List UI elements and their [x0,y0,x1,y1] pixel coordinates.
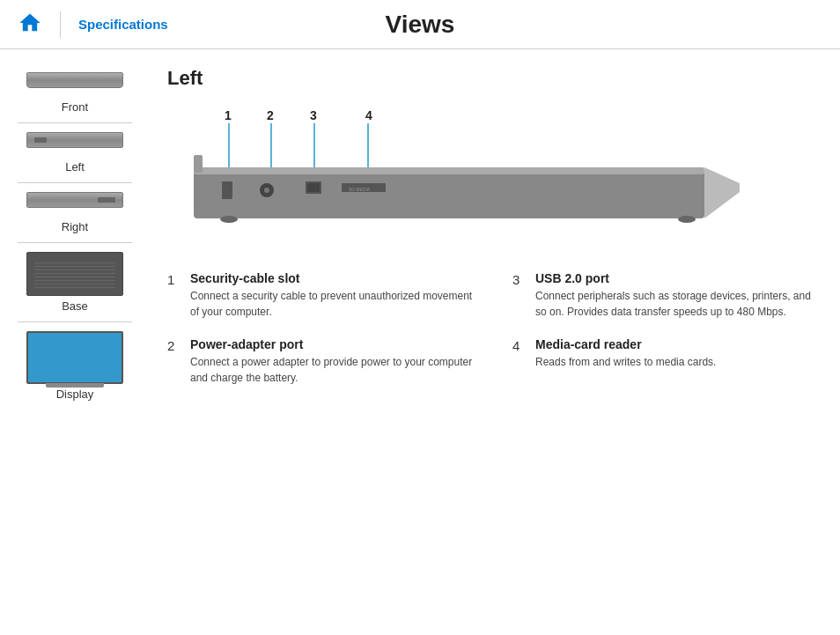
sidebar-label-left: Left [65,160,85,174]
sidebar-divider-1 [18,122,132,123]
specs-link[interactable]: Specifications [78,17,168,32]
sidebar-divider-4 [18,321,132,322]
spec-title-2: Power-adapter port [190,337,477,351]
spec-content-4: Media-card reader Reads from and writes … [535,337,716,386]
callout-num-4: 4 [365,108,372,122]
spec-number-4: 4 [512,337,527,386]
specs-grid: 1 Security-cable slot Connect a security… [167,271,822,386]
spec-number-3: 3 [512,271,527,320]
laptop-body-top [194,167,704,174]
spec-title-3: USB 2.0 port [535,271,822,285]
spec-content-1: Security-cable slot Connect a security c… [190,271,477,320]
spec-item-3: 3 USB 2.0 port Connect peripherals such … [512,271,822,320]
spec-desc-4: Reads from and writes to media cards. [535,354,716,370]
sidebar-item-front[interactable]: Front [9,67,141,119]
front-thumbnail [26,72,123,97]
sidebar-item-display[interactable]: Display [9,326,141,406]
spec-title-1: Security-cable slot [190,271,477,285]
spec-number-2: 2 [167,337,181,386]
header: Specifications Views [0,0,840,49]
callout-num-1: 1 [225,108,232,122]
svg-text:SD MEDIA: SD MEDIA [349,187,371,192]
callout-num-3: 3 [310,108,317,122]
sidebar-divider-2 [18,182,132,183]
sidebar-label-display: Display [56,388,94,401]
laptop-left-edge [194,155,203,173]
spec-content-2: Power-adapter port Connect a power adapt… [190,337,477,386]
home-icon[interactable] [18,11,42,38]
sidebar-item-base[interactable]: Base [9,247,141,318]
spec-desc-1: Connect a security cable to prevent unau… [190,288,477,320]
home-nav: Specifications [18,11,168,38]
sidebar-label-base: Base [62,299,88,313]
header-divider [60,11,61,38]
spec-desc-3: Connect peripherals such as storage devi… [535,288,822,320]
sidebar-label-front: Front [62,100,88,114]
port-power-inner [264,188,269,193]
diagram-svg: 1 2 3 4 [176,104,748,245]
sidebar-label-right: Right [62,220,88,233]
spec-number-1: 1 [167,271,181,320]
sidebar: Front Left Right Base Display [0,67,150,406]
right-thumbnail [26,192,123,217]
left-thumbnail [26,132,123,157]
sidebar-divider-3 [18,242,132,243]
spec-content-3: USB 2.0 port Connect peripherals such as… [535,271,822,320]
port-usb-inner [307,183,320,192]
spec-desc-2: Connect a power adapter to provide power… [190,354,477,386]
main-layout: Front Left Right Base Display [0,49,840,424]
content-area: Left 1 2 3 4 [150,67,840,406]
laptop-right-taper [704,167,740,218]
foot-left [220,216,238,223]
callout-num-2: 2 [267,108,274,122]
sidebar-item-left[interactable]: Left [9,127,141,179]
spec-item-4: 4 Media-card reader Reads from and write… [512,337,822,386]
base-thumbnail [26,252,123,296]
section-title: Left [167,67,822,90]
port-security-slot [222,181,232,199]
spec-title-4: Media-card reader [535,337,716,351]
page-title: Views [386,11,455,39]
spec-item-1: 1 Security-cable slot Connect a security… [167,271,477,320]
display-thumbnail [26,331,123,384]
foot-right [678,216,696,223]
sidebar-item-right[interactable]: Right [9,187,141,239]
spec-item-2: 2 Power-adapter port Connect a power ada… [167,337,477,386]
laptop-diagram: 1 2 3 4 [176,104,748,245]
